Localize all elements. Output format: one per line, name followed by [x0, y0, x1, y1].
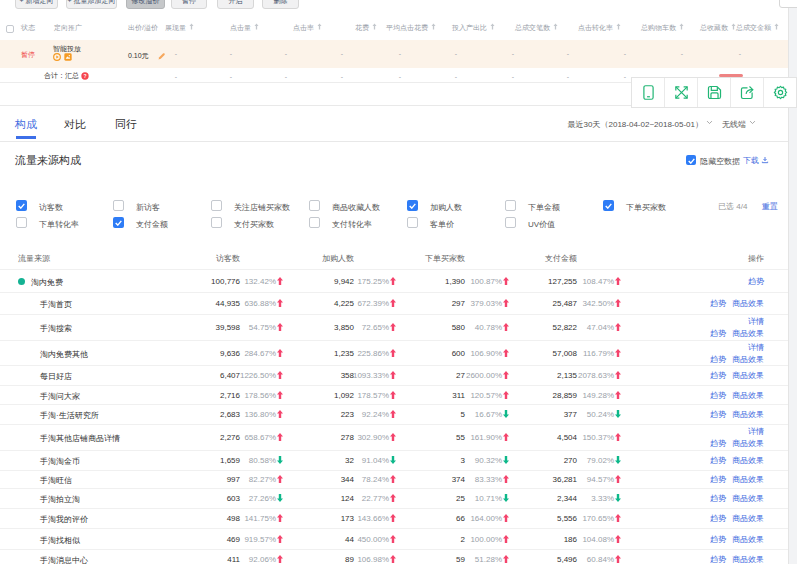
hide-empty-checkbox[interactable] [686, 155, 696, 165]
toolbar-button-2[interactable]: + 批量添加定向 [66, 0, 117, 9]
date-range-selector[interactable]: 最近30天（2018-04-02~2018-05-01） [568, 119, 713, 130]
action-link[interactable]: 趋势 [710, 329, 726, 338]
toolbar-button-6[interactable]: 删除 [262, 0, 299, 9]
question-icon[interactable]: ? [81, 72, 89, 80]
action-link[interactable]: 商品效果 [732, 299, 764, 308]
col-status[interactable]: 状态 [21, 23, 35, 33]
metric-change: 94.57% [587, 475, 621, 484]
campaign-col-点击率[interactable]: 点击率 [293, 23, 322, 33]
campaign-col-展现量[interactable]: 展现量 [165, 23, 194, 33]
unchecked-checkbox[interactable] [407, 217, 418, 228]
traffic-row-手淘其他店铺商品详情: 手淘其他店铺商品详情2,276658.67%278302.90%55161.90… [0, 424, 797, 450]
metric-value: 186 [564, 535, 577, 544]
toolbar-button-3[interactable]: 修改溢价 [126, 0, 165, 9]
action-link[interactable]: 趋势 [748, 277, 764, 286]
unchecked-checkbox[interactable] [211, 217, 222, 228]
mobile-preview-button[interactable] [632, 78, 664, 107]
checkbox-wrap [603, 200, 614, 213]
action-link[interactable]: 详情 [748, 343, 764, 352]
action-link[interactable]: 趋势 [710, 355, 726, 364]
campaign-col-花费[interactable]: 花费 [355, 23, 377, 33]
action-link[interactable]: 详情 [748, 317, 764, 326]
action-link[interactable]: 商品效果 [732, 514, 764, 523]
up-arrow-icon [390, 475, 396, 483]
action-link[interactable]: 趋势 [710, 514, 726, 523]
download-link[interactable]: 下载 [743, 155, 769, 166]
metric-change: 27.26% [249, 494, 283, 503]
col-bid[interactable]: 出价/溢价 [128, 23, 158, 33]
action-link[interactable]: 商品效果 [732, 494, 764, 503]
reset-link[interactable]: 重置 [762, 201, 778, 212]
action-link[interactable]: 趋势 [710, 439, 726, 448]
unchecked-checkbox[interactable] [16, 217, 27, 228]
save-button[interactable] [697, 78, 730, 107]
campaign-col-投入产出比[interactable]: 投入产出比 [452, 23, 495, 33]
traffic-table: 流量来源访客数加购人数下单买家数支付金额操作 淘内免费100,776132.42… [0, 245, 797, 564]
edit-bid-icon[interactable] [157, 52, 166, 61]
col-campaign[interactable]: 定向推广 [54, 23, 82, 33]
creative-image-icon[interactable] [64, 53, 72, 61]
tab-peers[interactable]: 同行 [115, 117, 137, 132]
play-icon[interactable] [53, 53, 61, 61]
checked-checkbox[interactable] [603, 200, 614, 211]
action-link[interactable]: 趋势 [710, 494, 726, 503]
checked-checkbox[interactable] [16, 200, 27, 211]
metric-value: 27 [456, 371, 465, 380]
unchecked-checkbox[interactable] [309, 217, 320, 228]
unchecked-checkbox[interactable] [505, 217, 516, 228]
campaign-col-点击量[interactable]: 点击量 [230, 23, 259, 33]
action-link[interactable]: 商品效果 [732, 355, 764, 364]
action-link[interactable]: 商品效果 [732, 329, 764, 338]
action-link[interactable]: 趋势 [710, 371, 726, 380]
checkbox-wrap [407, 200, 418, 213]
unchecked-checkbox[interactable] [505, 200, 516, 211]
checked-checkbox[interactable] [407, 200, 418, 211]
campaign-col-点击转化率[interactable]: 点击转化率 [578, 23, 621, 33]
traffic-row-手淘拍立淘: 手淘拍立淘60327.26%12422.77%2510.71%2,3443.33… [0, 488, 797, 508]
action-link[interactable]: 商品效果 [732, 371, 764, 380]
up-arrow-icon [615, 514, 621, 522]
toolbar-button-1[interactable]: + 新增定向 [15, 0, 58, 9]
fullscreen-button[interactable] [664, 78, 697, 107]
action-link[interactable]: 详情 [748, 427, 764, 436]
unchecked-checkbox[interactable] [309, 200, 320, 211]
tab-compare[interactable]: 对比 [64, 117, 86, 132]
action-link[interactable]: 趋势 [710, 535, 726, 544]
settings-button[interactable] [763, 78, 796, 107]
up-arrow-icon [277, 555, 283, 563]
unchecked-checkbox[interactable] [211, 200, 222, 211]
export-button[interactable] [730, 78, 763, 107]
campaign-col-总收藏数[interactable]: 总收藏数 [700, 23, 736, 33]
top-button-bar: + 新增定向+ 批量添加定向修改溢价暂停开启删除 [0, 0, 797, 12]
action-link[interactable]: 商品效果 [732, 475, 764, 484]
campaign-row[interactable]: 暂停 智能投放 0.10元 ----------- [0, 40, 797, 68]
action-link[interactable]: 商品效果 [732, 439, 764, 448]
empty-value: - [512, 50, 514, 57]
partial-corner-button[interactable] [779, 0, 797, 8]
action-link[interactable]: 商品效果 [732, 535, 764, 544]
action-link[interactable]: 商品效果 [732, 555, 764, 564]
campaign-col-平均点击花费[interactable]: 平均点击花费 [386, 23, 436, 33]
action-link[interactable]: 趋势 [710, 391, 726, 400]
campaign-col-总成交笔数[interactable]: 总成交笔数 [515, 23, 558, 33]
unchecked-checkbox[interactable] [113, 200, 124, 211]
action-link[interactable]: 趋势 [710, 456, 726, 465]
action-link[interactable]: 商品效果 [732, 456, 764, 465]
col-label: 总购物车数 [641, 24, 676, 31]
campaign-col-总购物车数[interactable]: 总购物车数 [641, 23, 684, 33]
toolbar-button-5[interactable]: 开启 [217, 0, 254, 9]
toolbar-button-4[interactable]: 暂停 [171, 0, 207, 9]
action-link[interactable]: 趋势 [710, 475, 726, 484]
action-link[interactable]: 趋势 [710, 410, 726, 419]
action-link[interactable]: 商品效果 [732, 391, 764, 400]
action-link[interactable]: 趋势 [710, 555, 726, 564]
select-all-checkbox[interactable] [6, 25, 14, 33]
action-link[interactable]: 商品效果 [732, 410, 764, 419]
checkbox-wrap [505, 200, 516, 213]
terminal-selector[interactable]: 无线端 [722, 119, 756, 130]
action-link[interactable]: 趋势 [710, 299, 726, 308]
actions-line: 趋势商品效果 [704, 534, 764, 546]
campaign-col-总成交金额[interactable]: 总成交金额 [736, 23, 779, 33]
tab-composition[interactable]: 构成 [15, 117, 37, 132]
checked-checkbox[interactable] [113, 217, 124, 228]
